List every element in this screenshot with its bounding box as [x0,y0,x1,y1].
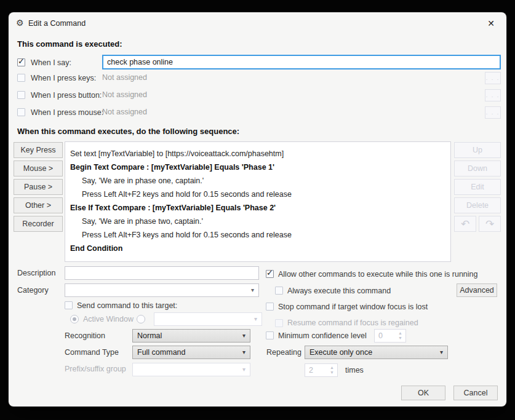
command-type-select[interactable]: Full command ▾ [132,346,250,359]
dialog-title: Edit a Command [28,19,86,28]
resume-command-label: Resume command if focus is regained [287,319,418,327]
sequence-line[interactable]: Press Left Alt+F2 keys and hold for 0.15… [65,188,450,201]
recognition-select[interactable]: Normal ▾ [132,329,250,343]
assign-mouse-button[interactable]: . . . [485,106,501,119]
spoken-phrase-input[interactable] [102,55,501,69]
check-icon: ✓ [266,268,273,277]
target-window-radio[interactable] [137,315,145,323]
prefix-group-label: Prefix/suffix group [65,365,126,373]
edit-button[interactable]: Edit [454,179,501,195]
title-bar[interactable]: ⚙ Edit a Command ✕ [9,12,506,34]
sequence-line[interactable]: Say, 'We are in phase one, captain.' [65,174,450,188]
command-type-label: Command Type [65,347,119,357]
close-icon: ✕ [487,18,495,28]
undo-icon: ↶ [461,219,469,229]
recorder-button[interactable]: Recorder [14,216,63,232]
always-execute-label: Always execute this command [287,286,391,296]
allow-other-commands-label: Allow other commands to execute while th… [278,269,477,279]
stop-command-checkbox[interactable] [266,303,274,311]
when-press-button-checkbox[interactable] [17,91,25,99]
min-confidence-spinner[interactable]: 0 ▲▼ [374,329,406,343]
stop-command-label: Stop command if target window focus is l… [278,302,428,312]
gear-icon: ⚙ [16,18,24,28]
active-window-radio[interactable] [70,315,79,323]
key-press-button[interactable]: Key Press [14,142,63,158]
spin-up-icon[interactable]: ▲ [398,331,402,336]
other-menu-button[interactable]: Other > [14,197,63,213]
sequence-line[interactable]: Begin Text Compare : [myTextVariable] Eq… [65,160,450,174]
command-type-value: Full command [137,348,186,357]
sequence-line[interactable]: Say, 'We are in phase two, captain.' [65,215,450,228]
min-confidence-checkbox[interactable] [266,331,274,339]
send-target-label: Send command to this target: [77,301,177,311]
always-execute-checkbox[interactable] [275,287,283,295]
description-input[interactable] [65,266,259,280]
chevron-down-icon: ▾ [242,332,246,339]
chevron-down-icon: ▾ [242,366,246,373]
ok-button[interactable]: OK [401,386,445,400]
close-button[interactable]: ✕ [481,14,501,33]
resume-command-checkbox[interactable] [275,319,283,327]
sequence-line[interactable]: End Condition [65,242,450,255]
sequence-line[interactable]: Set text [myTextVariable] to [https://vo… [65,147,450,160]
prefix-group-select[interactable]: ▾ [132,363,250,376]
undo-button[interactable]: ↶ [454,216,476,232]
chevron-down-icon: ▾ [251,287,254,293]
check-icon: ✓ [18,57,25,66]
chevron-down-icon: ▾ [254,315,257,322]
mouse-menu-button[interactable]: Mouse > [14,160,63,176]
description-label: Description [17,268,56,278]
sequence-list[interactable]: Set text [myTextVariable] to [https://vo… [65,141,451,262]
chevron-down-icon: ▾ [440,349,443,355]
keys-status: Not assigned [102,73,147,82]
radio-dot [73,317,76,321]
spin-up-icon[interactable]: ▲ [330,365,334,370]
spin-down-icon[interactable]: ▼ [398,336,402,341]
repeating-select[interactable]: Execute only once ▾ [305,346,448,359]
repeating-value: Execute only once [309,348,372,357]
delete-button[interactable]: Delete [454,197,501,213]
chevron-down-icon: ▾ [242,349,246,355]
redo-button[interactable]: ↷ [479,216,501,232]
button-status: Not assigned [102,90,147,99]
min-confidence-value: 0 [378,331,383,340]
send-target-checkbox[interactable] [65,301,73,309]
triggers-heading: This command is executed: [17,39,122,49]
target-window-select[interactable]: ▾ [154,312,262,326]
ellipsis-icon: . . . [486,75,500,81]
redo-icon: ↷ [485,219,494,229]
cancel-button[interactable]: Cancel [453,386,498,400]
repeat-count-value: 2 [309,366,313,374]
mouse-status: Not assigned [102,108,147,116]
when-press-mouse-label: When I press mouse: [31,108,103,117]
ellipsis-icon: . . . [486,92,500,98]
sequence-line[interactable]: Press Left Alt+F3 keys and hold for 0.15… [65,228,450,242]
ellipsis-icon: . . . [486,109,500,116]
up-button[interactable]: Up [454,142,501,158]
category-label: Category [17,285,49,295]
when-press-keys-checkbox[interactable] [17,74,25,82]
repeating-label: Repeating [266,347,301,357]
repeat-count-spinner[interactable]: 2 ▲▼ [305,363,338,377]
spin-down-icon[interactable]: ▼ [330,370,334,375]
edit-command-dialog: ⚙ Edit a Command ✕ This command is execu… [9,12,506,406]
recognition-value: Normal [137,331,162,340]
when-i-say-label: When I say: [31,58,71,68]
when-press-mouse-checkbox[interactable] [17,108,25,116]
assign-button-button[interactable]: . . . [485,89,501,101]
assign-keys-button[interactable]: . . . [485,72,501,84]
when-press-button-label: When I press button: [31,90,102,100]
advanced-button[interactable]: Advanced [457,283,497,297]
when-press-keys-label: When I press keys: [31,73,96,83]
allow-other-commands-checkbox[interactable]: ✓ [266,270,274,278]
active-window-label: Active Window [83,315,134,323]
down-button[interactable]: Down [454,160,501,176]
sequence-line[interactable]: Else If Text Compare : [myTextVariable] … [65,201,450,215]
when-i-say-checkbox[interactable]: ✓ [17,58,25,66]
sequence-heading: When this command executes, do the follo… [17,127,239,136]
times-label: times [345,365,364,375]
pause-menu-button[interactable]: Pause > [14,179,63,195]
recognition-label: Recognition [65,331,105,341]
min-confidence-label: Minimum confidence level [278,331,367,341]
category-select[interactable]: ▾ [65,283,259,297]
